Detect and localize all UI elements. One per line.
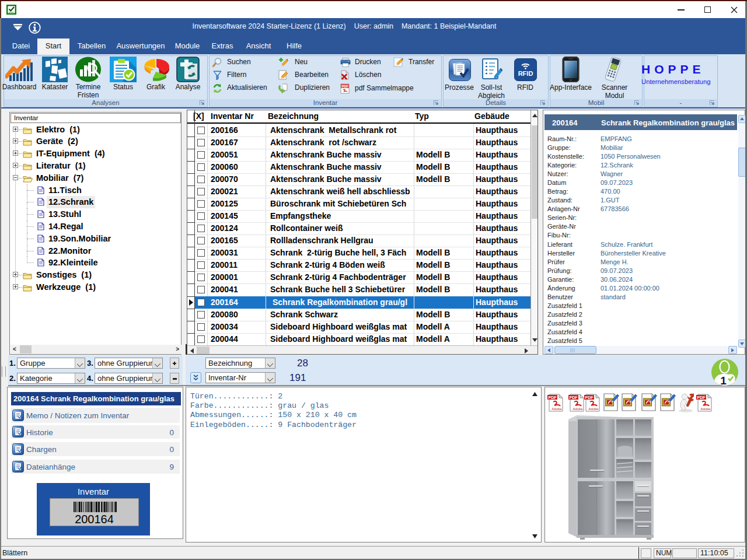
svg-text:Adobe: Adobe — [588, 407, 599, 411]
svg-text:RFID: RFID — [518, 70, 533, 77]
svg-text:Adobe: Adobe — [573, 407, 583, 411]
svg-text:PDF: PDF — [697, 396, 706, 400]
svg-text:PDF: PDF — [342, 85, 349, 88]
svg-text:1: 1 — [720, 374, 727, 386]
svg-text:PDF: PDF — [549, 396, 557, 400]
svg-text:PDF: PDF — [585, 396, 594, 400]
svg-text:Adobe: Adobe — [700, 407, 711, 411]
svg-text:PDF: PDF — [570, 396, 578, 400]
svg-text:Adobe: Adobe — [551, 407, 562, 411]
